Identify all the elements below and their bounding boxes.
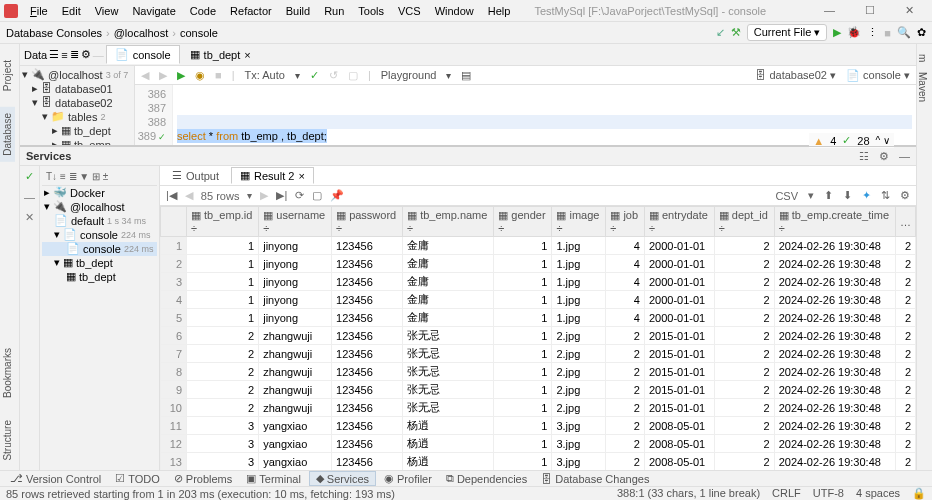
tab-tb-dept[interactable]: ▦ tb_dept × [182, 46, 259, 63]
hide-icon[interactable]: — [899, 150, 910, 163]
more-run-icon[interactable]: ⋮ [867, 26, 878, 39]
tree-root[interactable]: ▾ 🔌 @localhost 3 of 7 [22, 68, 132, 82]
swap-icon[interactable]: ⇅ [881, 189, 890, 202]
col-header[interactable]: ▦ username ÷ [259, 207, 332, 237]
table-row[interactable]: 123yangxiao123456杨逍13.jpg22008-05-012202… [161, 435, 916, 453]
bt-services[interactable]: ◆ Services [309, 471, 376, 486]
rail-m[interactable]: m [917, 54, 928, 62]
lock-icon[interactable]: 🔒 [912, 487, 926, 500]
search-icon[interactable]: 🔍 [897, 26, 911, 39]
svc-tbdept[interactable]: ▾ ▦ tb_dept [42, 256, 157, 270]
schema-console[interactable]: 📄 console ▾ [846, 69, 910, 82]
prev-page-icon[interactable]: ◀ [185, 189, 193, 202]
col-header[interactable]: ▦ image ÷ [552, 207, 606, 237]
menu-refactor[interactable]: Refactor [224, 3, 278, 19]
status-indent[interactable]: 4 spaces [856, 487, 900, 500]
menu-view[interactable]: View [89, 3, 125, 19]
csv-dropdown[interactable]: CSV [775, 190, 798, 202]
stop-icon[interactable]: ■ [884, 27, 891, 39]
execute-icon[interactable]: ▶ [177, 69, 185, 82]
menu-run[interactable]: Run [318, 3, 350, 19]
rollback-icon[interactable]: ↺ [329, 69, 338, 82]
col-header[interactable]: ▦ tb_emp.create_time ÷ [774, 207, 895, 237]
prev-icon[interactable]: ◀ [141, 69, 149, 82]
debug-icon[interactable]: 🐞 [847, 26, 861, 39]
reload-icon[interactable]: ⟳ [295, 189, 304, 202]
status-pos[interactable]: 388:1 (33 chars, 1 line break) [617, 487, 760, 500]
gear-icon[interactable]: ⚙ [81, 48, 91, 61]
vcs-update-icon[interactable]: ↙ [716, 26, 725, 39]
gear-icon[interactable]: ⚙ [879, 150, 889, 163]
minimize-icon[interactable]: — [818, 2, 841, 19]
schema-db[interactable]: 🗄 database02 ▾ [755, 69, 836, 82]
menu-window[interactable]: Window [429, 3, 480, 19]
tb-icon2[interactable]: ≡ [61, 49, 67, 61]
tree-tables[interactable]: ▾ 📁 tables 2 [22, 110, 132, 124]
next-page-icon[interactable]: ▶ [260, 189, 268, 202]
run-icon[interactable]: ▶ [833, 26, 841, 39]
col-header[interactable]: ▦ job ÷ [606, 207, 645, 237]
commit-icon[interactable]: ✓ [310, 69, 319, 82]
hammer-icon[interactable]: ⚒ [731, 26, 741, 39]
menu-vcs[interactable]: VCS [392, 3, 427, 19]
table-row[interactable]: 11jinyong123456金庸11.jpg42000-01-0122024-… [161, 237, 916, 255]
rows-label[interactable]: 85 rows [201, 190, 240, 202]
col-header[interactable]: ▦ dept_id ÷ [714, 207, 774, 237]
table-row[interactable]: 82zhangwuji123456张无忌12.jpg22015-01-01220… [161, 363, 916, 381]
code-area[interactable]: select * from tb_emp , tb_dept; [173, 85, 916, 145]
breadcrumb-c[interactable]: console [180, 27, 218, 39]
col-header[interactable]: ▦ tb_emp.name ÷ [403, 207, 494, 237]
menu-navigate[interactable]: Navigate [126, 3, 181, 19]
export-icon[interactable]: ⬆ [824, 189, 833, 202]
bt-vc[interactable]: ⎇ Version Control [4, 472, 107, 485]
tb-icon3[interactable]: ≣ [70, 48, 79, 61]
rail-maven[interactable]: Maven [917, 72, 928, 102]
stop-sql-icon[interactable]: ■ [215, 69, 222, 81]
result-grid[interactable]: ▦ tb_emp.id ÷▦ username ÷▦ password ÷▦ t… [160, 206, 916, 470]
import-icon[interactable]: ⬇ [843, 189, 852, 202]
col-header[interactable]: ▦ tb_emp.id ÷ [187, 207, 259, 237]
menu-help[interactable]: Help [482, 3, 517, 19]
add-row-icon[interactable]: ▢ [312, 189, 322, 202]
bt-dbchanges[interactable]: 🗄 Database Changes [535, 473, 655, 485]
close-icon[interactable]: ✕ [899, 2, 920, 19]
view-icon[interactable]: ✦ [862, 189, 871, 202]
col-header[interactable]: ▦ gender ÷ [494, 207, 552, 237]
breadcrumb-a[interactable]: Database Consoles [6, 27, 102, 39]
table-row[interactable]: 92zhangwuji123456张无忌12.jpg22015-01-01220… [161, 381, 916, 399]
tab-result2[interactable]: ▦ Result 2 × [231, 167, 314, 184]
svc-console-active[interactable]: 📄 console 224 ms [42, 242, 157, 256]
table-row[interactable]: 62zhangwuji123456张无忌12.jpg22015-01-01220… [161, 327, 916, 345]
next-icon[interactable]: ▶ [159, 69, 167, 82]
x-icon[interactable]: ✕ [25, 211, 34, 224]
menu-code[interactable]: Code [184, 3, 222, 19]
svc-tbdept2[interactable]: ▦ tb_dept [42, 270, 157, 284]
tree-tb-emp[interactable]: ▸ ▦ tb_emp [22, 138, 132, 145]
table-row[interactable]: 133yangxiao123456杨逍13.jpg22008-05-012202… [161, 453, 916, 471]
bt-profiler[interactable]: ◉ Profiler [378, 472, 438, 485]
maximize-icon[interactable]: ☐ [859, 2, 881, 19]
menu-tools[interactable]: Tools [352, 3, 390, 19]
rail-bookmarks[interactable]: Bookmarks [0, 342, 15, 404]
menu-file[interactable]: FFileile [24, 3, 54, 19]
svc-local[interactable]: ▾ 🔌 @localhost [42, 200, 157, 214]
col-header[interactable]: ▦ password ÷ [332, 207, 403, 237]
minus-icon[interactable]: — [24, 191, 35, 203]
table-row[interactable]: 72zhangwuji123456张无忌12.jpg22015-01-01220… [161, 345, 916, 363]
tree-tb-dept[interactable]: ▸ ▦ tb_dept [22, 124, 132, 138]
bt-todo[interactable]: ☑ TODO [109, 472, 166, 485]
col-header[interactable]: ▦ entrydate ÷ [644, 207, 714, 237]
rail-database[interactable]: Database [0, 107, 15, 162]
tx-mode[interactable]: Tx: Auto [245, 69, 285, 81]
first-page-icon[interactable]: |◀ [166, 189, 177, 202]
layout-icon[interactable]: ▤ [461, 69, 471, 82]
status-enc[interactable]: UTF-8 [813, 487, 844, 500]
tb-icon[interactable]: ☰ [49, 48, 59, 61]
pin-icon[interactable]: 📌 [330, 189, 344, 202]
status-crlf[interactable]: CRLF [772, 487, 801, 500]
explain-icon[interactable]: ◉ [195, 69, 205, 82]
rail-project[interactable]: Project [0, 54, 15, 97]
menu-build[interactable]: Build [280, 3, 316, 19]
tree-db2[interactable]: ▾ 🗄 database02 [22, 96, 132, 110]
table-row[interactable]: 31jinyong123456金庸11.jpg42000-01-0122024-… [161, 273, 916, 291]
